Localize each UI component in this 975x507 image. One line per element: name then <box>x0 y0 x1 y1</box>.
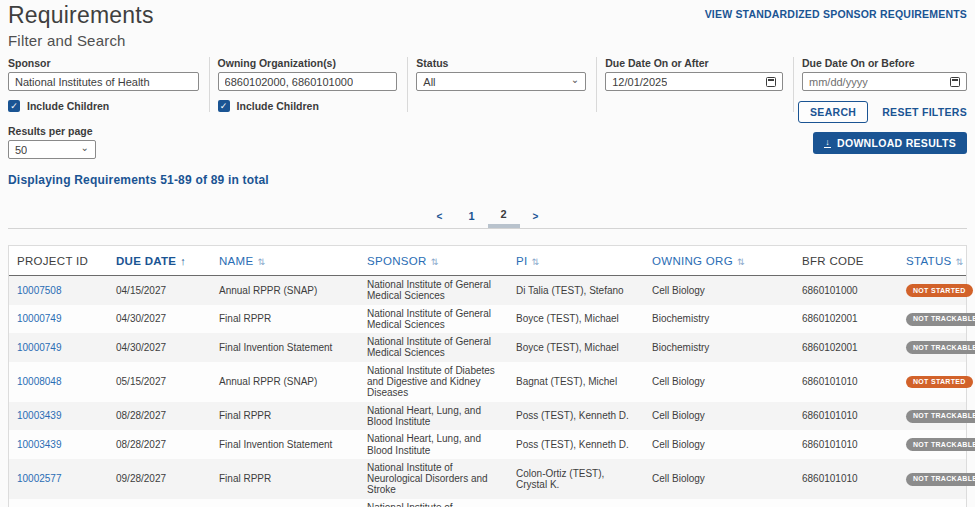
due-date-after-filter: Due Date On or After 12/01/2025 <box>596 57 793 112</box>
pagination-page-2[interactable]: 2 <box>488 208 520 228</box>
name-cell: Final RPPR <box>211 402 359 431</box>
due-date-before-label: Due Date On or Before <box>802 57 967 69</box>
owning-org-cell: Cell Biology <box>644 362 794 402</box>
bfr-code-cell: 6860101010 <box>794 362 898 402</box>
table-row: 1000343908/28/2027Final Invention Statem… <box>9 430 966 459</box>
sponsor-label: Sponsor <box>8 57 199 69</box>
search-button[interactable]: SEARCH <box>798 101 868 123</box>
owning-org-include-children-label: Include Children <box>237 100 319 112</box>
table-row: 1000074904/30/2027Final Invention Statem… <box>9 333 966 362</box>
due-date-before-value: mm/dd/yyyy <box>809 76 868 88</box>
sort-icon: ⇅ <box>257 257 265 267</box>
owning-org-cell: Cell Biology <box>644 459 794 499</box>
column-header-owning-org[interactable]: OWNING ORG⇅ <box>644 246 794 276</box>
status-label: Status <box>416 57 586 69</box>
pagination-page-1[interactable]: 1 <box>456 210 488 226</box>
project-id-link[interactable]: 10000749 <box>17 313 62 324</box>
sponsor-cell: National Heart, Lung, and Blood Institut… <box>359 402 508 431</box>
status-badge: NOT TRACKABLE <box>906 438 975 451</box>
calendar-icon[interactable] <box>766 77 776 87</box>
bfr-code-cell: 6860102001 <box>794 305 898 334</box>
bfr-code-cell: 6860102001 <box>794 333 898 362</box>
owning-org-label: Owning Organization(s) <box>218 57 398 69</box>
sort-icon: ⇅ <box>431 257 439 267</box>
sponsor-filter: Sponsor National Institutes of Health ✓ … <box>8 57 209 112</box>
table-row: 1000257709/28/2027Final Invention Statem… <box>9 499 966 507</box>
pi-cell: Boyce (TEST), Michael <box>508 333 644 362</box>
pi-cell: Di Talia (TEST), Stefano <box>508 276 644 305</box>
bfr-code-cell: 6860101010 <box>794 430 898 459</box>
owning-org-include-children-checkbox[interactable]: ✓ <box>218 100 230 112</box>
action-buttons: SEARCH RESET FILTERS ↓DOWNLOAD RESULTS <box>798 101 967 154</box>
owning-org-input[interactable]: 6860102000, 6860101000 <box>218 72 398 91</box>
name-cell: Final RPPR <box>211 305 359 334</box>
pi-cell: Bagnat (TEST), Michel <box>508 362 644 402</box>
pi-cell: Poss (TEST), Kenneth D. <box>508 430 644 459</box>
pi-cell: Poss (TEST), Kenneth D. <box>508 402 644 431</box>
sponsor-include-children-checkbox[interactable]: ✓ <box>8 100 20 112</box>
column-header-pi[interactable]: PI⇅ <box>508 246 644 276</box>
project-id-link[interactable]: 10007508 <box>17 285 62 296</box>
project-id-link[interactable]: 10003439 <box>17 410 62 421</box>
sort-icon: ⇅ <box>955 257 963 267</box>
due-date-cell: 08/28/2027 <box>108 402 211 431</box>
column-header-sponsor[interactable]: SPONSOR⇅ <box>359 246 508 276</box>
status-filter: Status All ⌄ <box>407 57 596 112</box>
project-id-link[interactable]: 10008048 <box>17 376 62 387</box>
due-date-after-label: Due Date On or After <box>605 57 783 69</box>
table-row: 1000257709/28/2027Final RPPRNational Ins… <box>9 459 966 499</box>
owning-org-cell: Cell Biology <box>644 499 794 507</box>
sponsor-cell: National Institute of General Medical Sc… <box>359 333 508 362</box>
owning-org-filter: Owning Organization(s) 6860102000, 68601… <box>209 57 408 112</box>
bfr-code-cell: 6860101000 <box>794 276 898 305</box>
download-icon: ↓ <box>824 138 831 148</box>
due-date-before-input[interactable]: mm/dd/yyyy <box>802 72 967 91</box>
project-id-link[interactable]: 10003439 <box>17 439 62 450</box>
name-cell: Final Invention Statement <box>211 333 359 362</box>
owning-org-cell: Biochemistry <box>644 333 794 362</box>
sort-ascending-icon: ↑ <box>180 255 186 267</box>
owning-org-cell: Cell Biology <box>644 402 794 431</box>
column-header-status[interactable]: STATUS⇅ <box>898 246 966 276</box>
pagination-bar: <12> <box>8 203 967 229</box>
owning-org-cell: Biochemistry <box>644 305 794 334</box>
status-badge: NOT STARTED <box>906 284 973 297</box>
sponsor-cell: National Heart, Lung, and Blood Institut… <box>359 430 508 459</box>
status-select[interactable]: All ⌄ <box>416 72 586 91</box>
results-per-page-select[interactable]: 50 ⌄ <box>8 140 96 159</box>
due-date-after-input[interactable]: 12/01/2025 <box>605 72 783 91</box>
page-title: Requirements <box>8 2 154 29</box>
column-header-project-id: PROJECT ID <box>9 246 108 276</box>
due-date-cell: 04/30/2027 <box>108 333 211 362</box>
column-header-name[interactable]: NAME⇅ <box>211 246 359 276</box>
owning-org-cell: Cell Biology <box>644 430 794 459</box>
download-results-button[interactable]: ↓DOWNLOAD RESULTS <box>813 132 967 154</box>
status-badge: NOT TRACKABLE <box>906 473 975 486</box>
project-id-link[interactable]: 10000749 <box>17 342 62 353</box>
page-header: Requirements Filter and Search VIEW STAN… <box>8 2 967 49</box>
bfr-code-cell: 6860101010 <box>794 459 898 499</box>
pagination-prev[interactable]: < <box>424 211 456 226</box>
sponsor-cell: National Institute of General Medical Sc… <box>359 276 508 305</box>
due-date-cell: 09/28/2027 <box>108 459 211 499</box>
filter-search-heading: Filter and Search <box>8 32 154 49</box>
calendar-icon[interactable] <box>950 77 960 87</box>
requirements-table-container: PROJECT IDDUE DATE↑NAME⇅SPONSOR⇅PI⇅OWNIN… <box>8 245 967 507</box>
bfr-code-cell: 6860101010 <box>794 402 898 431</box>
pagination-next[interactable]: > <box>520 211 552 226</box>
table-row: 1000750804/15/2027Annual RPPR (SNAP)Nati… <box>9 276 966 305</box>
sponsor-cell: National Institute of Neurological Disor… <box>359 499 508 507</box>
column-header-due-date[interactable]: DUE DATE↑ <box>108 246 211 276</box>
project-id-link[interactable]: 10002577 <box>17 473 62 484</box>
sponsor-input[interactable]: National Institutes of Health <box>8 72 199 91</box>
reset-filters-button[interactable]: RESET FILTERS <box>882 106 967 118</box>
table-header-row: PROJECT IDDUE DATE↑NAME⇅SPONSOR⇅PI⇅OWNIN… <box>9 246 966 276</box>
column-header-bfr-code: BFR CODE <box>794 246 898 276</box>
pi-cell: Colon-Ortiz (TEST), Crystal K. <box>508 459 644 499</box>
status-badge: NOT TRACKABLE <box>906 313 975 326</box>
view-standardized-sponsor-requirements-link[interactable]: VIEW STANDARDIZED SPONSOR REQUIREMENTS <box>705 8 967 20</box>
sponsor-cell: National Institute of Neurological Disor… <box>359 459 508 499</box>
due-date-cell: 04/15/2027 <box>108 276 211 305</box>
status-badge: NOT TRACKABLE <box>906 410 975 423</box>
sort-icon: ⇅ <box>531 257 539 267</box>
